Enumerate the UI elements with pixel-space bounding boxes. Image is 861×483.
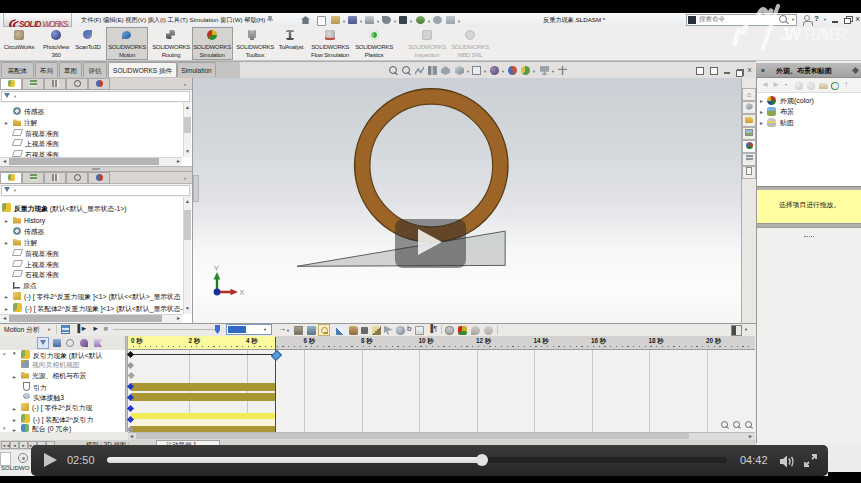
svg-text:PLAYER: PLAYER: [804, 25, 848, 44]
svg-text:JW: JW: [780, 25, 802, 44]
svg-text:Y: Y: [214, 265, 219, 272]
svg-text:X: X: [240, 289, 245, 296]
